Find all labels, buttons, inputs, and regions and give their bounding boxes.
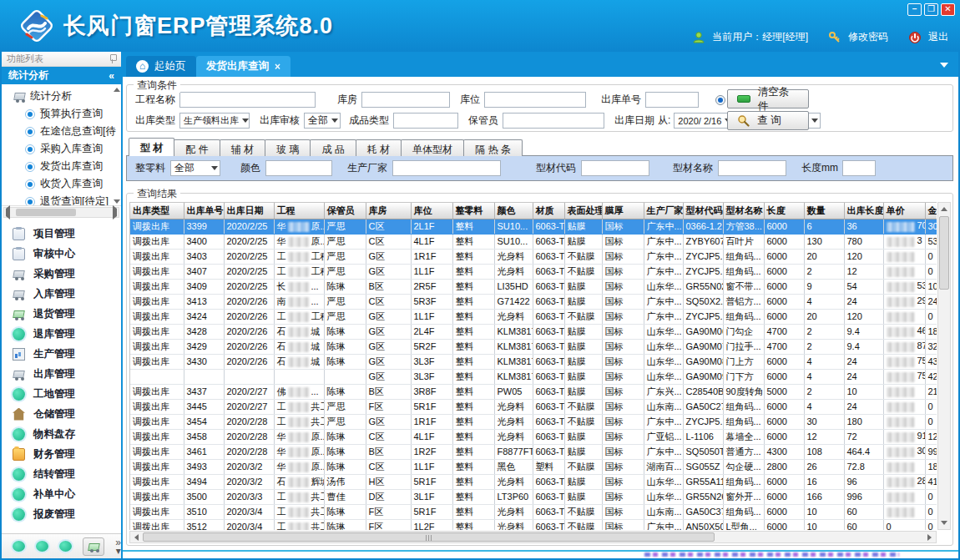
tab-close-icon[interactable]: × (275, 61, 280, 73)
material-tab[interactable]: 辅 材 (220, 139, 265, 156)
module-item[interactable]: 报废管理 (2, 504, 121, 524)
table-row[interactable]: 调拨出库34452020/2/27工共工程严思F区5R1F整料光身料6063-T… (130, 399, 937, 414)
logout-link[interactable]: 退出 (928, 30, 948, 44)
module-dot-icon[interactable] (59, 541, 72, 552)
scroll-thumb[interactable] (939, 216, 949, 290)
module-item[interactable]: 入库管理 (2, 284, 121, 304)
tree-item[interactable]: 收货入库查询 (2, 175, 121, 193)
column-header[interactable]: 长度 (764, 203, 804, 219)
table-row[interactable]: 调拨出库35002020/3/3工共工程曹佳D区3L1F整料LT3P606063… (130, 489, 937, 504)
profile-name-input[interactable] (718, 160, 786, 176)
out-type-select[interactable]: 生产领料出库 (179, 113, 250, 129)
column-header[interactable]: 工程 (274, 203, 324, 219)
material-tab[interactable]: 型 材 (129, 138, 174, 156)
tree-item[interactable]: 采购入库查询 (2, 140, 121, 158)
column-header[interactable]: 生产厂家 (644, 203, 683, 219)
material-tab[interactable]: 配 件 (174, 139, 220, 156)
table-row[interactable]: 调拨出库34612020/2/28华原...陈琳B区1R2F整料F8877FT6… (130, 444, 937, 459)
module-item[interactable]: 结转管理 (2, 464, 121, 484)
color-input[interactable] (265, 160, 332, 176)
column-header[interactable]: 出库长度 (844, 203, 883, 219)
table-row[interactable]: 调拨出库34072020/2/25工工程严思G区1L1F整料光身料6063-T5… (130, 264, 937, 279)
tree-item[interactable]: 发货出库查询 (2, 158, 121, 175)
tab-home[interactable]: ⌂ 起始页 (126, 56, 196, 77)
date-from-select[interactable]: 2020/ 2/16 (674, 113, 734, 129)
column-header[interactable]: 颜色 (494, 203, 533, 219)
scroll-right-icon[interactable] (923, 532, 936, 542)
module-item[interactable]: 工地管理 (2, 384, 121, 404)
warehouse-input[interactable] (361, 92, 450, 108)
module-item[interactable]: 退库管理 (2, 324, 121, 344)
table-row[interactable]: 调拨出库34092020/2/25长...陈琳B区2R5F整料LI35HD606… (130, 279, 937, 294)
module-item[interactable]: 出库管理 (2, 364, 121, 384)
grid-scrollbar-vertical[interactable] (937, 202, 951, 530)
grid-scrollbar-horizontal[interactable] (129, 531, 937, 543)
order-no-input[interactable] (645, 92, 699, 108)
table-row[interactable]: 调拨出库34002020/2/25华原...严思C区4L1F整料SU10...6… (130, 234, 937, 249)
module-item[interactable]: 财务管理 (2, 444, 121, 464)
module-item[interactable]: 退货管理 (2, 304, 121, 324)
scroll-left-icon[interactable] (6, 209, 10, 216)
length-input[interactable] (842, 160, 876, 176)
module-item[interactable]: 采购管理 (2, 264, 121, 284)
module-dot-icon[interactable] (13, 541, 25, 552)
cart-shortcut-button[interactable] (83, 537, 104, 556)
column-header[interactable]: 库房 (366, 203, 411, 219)
column-header[interactable]: 金额 (925, 203, 937, 219)
collapse-icon[interactable]: « (109, 70, 114, 82)
maximize-button[interactable]: ❐ (924, 3, 938, 16)
column-header[interactable]: 型材名称 (723, 203, 764, 219)
table-row[interactable]: 调拨出库34282020/2/26石城陈琳G区2L4F整料KLM38176063… (130, 324, 937, 339)
minimize-button[interactable]: – (907, 3, 922, 16)
table-row[interactable]: 调拨出库34032020/2/25工工程严思G区1R1F整料光身料6063-T5… (130, 249, 937, 264)
module-item[interactable]: 补单中心 (2, 484, 121, 504)
tree-scrollbar-horizontal[interactable] (3, 207, 119, 218)
table-row[interactable]: 调拨出库35122020/3/4工共工程陈琳F区1L2F整料光身料6063-T5… (130, 519, 937, 530)
pin-icon[interactable] (109, 54, 116, 63)
clear-conditions-button[interactable]: 清空条件 (727, 89, 809, 108)
module-item[interactable]: 项目管理 (2, 224, 121, 244)
keeper-input[interactable] (503, 113, 604, 129)
search-button[interactable]: 查 询 (727, 111, 809, 130)
scroll-right-icon[interactable] (113, 209, 117, 216)
table-row[interactable]: 调拨出库34292020/2/26石城陈琳G区5R2F整料KLM38176063… (130, 339, 937, 354)
tree-item[interactable]: 退货查询[待定] (2, 193, 121, 206)
overflow-chevron[interactable]: »▾ (115, 538, 121, 555)
scroll-down-icon[interactable] (938, 517, 950, 529)
tree-scrollbar-vertical[interactable] (113, 88, 120, 204)
location-input[interactable] (484, 92, 586, 108)
module-item[interactable]: 仓储管理 (2, 404, 121, 424)
column-header[interactable]: 数量 (804, 203, 844, 219)
table-row[interactable]: 调拨出库34932020/3/2华原...陈琳C区1L1F整料黑色塑料不贴膜国标… (130, 459, 937, 474)
table-row[interactable]: 调拨出库34942020/3/2石辉城汤伟H区5R1F整料光身料6063-T5贴… (130, 474, 937, 489)
tree-item[interactable]: 预算执行查询 (2, 105, 121, 123)
material-tab[interactable]: 耗 材 (356, 139, 402, 156)
table-row[interactable]: 调拨出库34542020/2/28工共工程严思G区1R1F整料光身料6063-T… (130, 414, 937, 429)
column-header[interactable]: 整零料 (452, 203, 494, 219)
tab-outbound-query[interactable]: 发货出库查询 × (196, 56, 291, 77)
table-row[interactable]: 调拨出库34132020/2/26南...严思C区5R3F整料G71422606… (130, 294, 937, 309)
table-row[interactable]: 调拨出库34302020/2/26石城陈琳G区3L3F整料KLM38176063… (130, 354, 937, 369)
column-header[interactable]: 表面处理 (564, 203, 602, 219)
product-type-input[interactable] (393, 113, 458, 129)
column-header[interactable]: 型材代码 (683, 203, 723, 219)
column-header[interactable]: 出库日期 (224, 203, 274, 219)
radio-icon[interactable] (715, 95, 725, 105)
material-tab[interactable]: 成 品 (310, 139, 356, 156)
table-row[interactable]: 调拨出库35102020/3/4工共工程陈琳F区5R1F整料光身料6063-T5… (130, 504, 937, 519)
table-row[interactable]: G区3L3F整料KLM38176063-T5贴膜国标山东华...GA90M09.… (130, 369, 937, 384)
column-header[interactable]: 出库类型 (130, 203, 184, 219)
column-header[interactable]: 单价 (883, 203, 925, 219)
table-row[interactable]: 调拨出库34372020/2/27佛...陈琳B区3R8F整料PW056063-… (130, 384, 937, 399)
column-header[interactable]: 材质 (533, 203, 564, 219)
material-tab[interactable]: 隔 热 条 (463, 139, 523, 156)
module-item[interactable]: 审核中心 (2, 244, 121, 264)
material-tab[interactable]: 玻 璃 (265, 139, 311, 156)
scroll-thumb[interactable] (16, 209, 76, 216)
column-header[interactable]: 库位 (411, 203, 452, 219)
project-name-input[interactable] (179, 92, 316, 108)
module-item[interactable]: 生产管理 (2, 344, 121, 364)
column-header[interactable]: 保管员 (324, 203, 366, 219)
table-row[interactable]: 调拨出库34242020/2/26工工程严思G区1L1F整料光身料6063-T5… (130, 309, 937, 324)
profile-code-input[interactable] (581, 160, 649, 176)
